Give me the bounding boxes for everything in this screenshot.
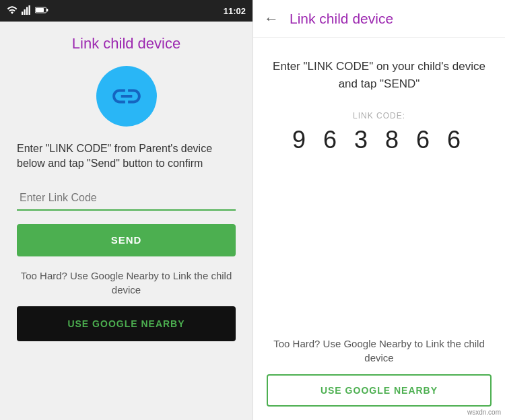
status-time: 11:02 bbox=[224, 6, 246, 16]
left-panel: 11:02 Link child device Enter "LINK CODE… bbox=[0, 0, 252, 420]
use-google-nearby-button-right[interactable]: USE GOOGLE NEARBY bbox=[267, 374, 492, 407]
link-chain-icon bbox=[110, 79, 143, 113]
link-code-display: 9 6 3 8 6 6 bbox=[292, 126, 466, 154]
svg-rect-1 bbox=[24, 9, 26, 15]
back-button[interactable]: ← bbox=[264, 10, 279, 28]
parent-instruction: Enter "LINK CODE" on your child's device… bbox=[267, 58, 492, 92]
watermark: wsxdn.com bbox=[467, 409, 501, 416]
svg-rect-2 bbox=[26, 7, 28, 15]
svg-rect-5 bbox=[36, 8, 44, 12]
right-hard-text: Too Hard? Use Google Nearby to Link the … bbox=[267, 337, 492, 365]
signal-icon bbox=[22, 5, 31, 16]
wifi-icon bbox=[7, 5, 18, 16]
left-page-title: Link child device bbox=[72, 35, 180, 53]
svg-rect-3 bbox=[29, 5, 30, 15]
right-header: ← Link child device bbox=[253, 0, 505, 38]
left-hard-text: Too Hard? Use Google Nearby to Link the … bbox=[17, 269, 236, 297]
right-page-title: Link child device bbox=[290, 11, 393, 27]
link-icon-circle bbox=[96, 66, 157, 127]
send-button[interactable]: SEND bbox=[17, 224, 236, 256]
status-left bbox=[7, 5, 48, 16]
left-instruction: Enter "LINK CODE" from Parent's device b… bbox=[17, 141, 236, 172]
left-content: Link child device Enter "LINK CODE" from… bbox=[0, 22, 252, 420]
link-code-input[interactable] bbox=[17, 186, 236, 211]
svg-rect-0 bbox=[22, 11, 23, 15]
link-code-label: LINK CODE: bbox=[353, 111, 405, 120]
right-content: Enter "LINK CODE" on your child's device… bbox=[253, 38, 505, 420]
right-panel: ← Link child device Enter "LINK CODE" on… bbox=[252, 0, 505, 420]
status-bar: 11:02 bbox=[0, 0, 252, 22]
status-right: 11:02 bbox=[224, 6, 246, 16]
svg-rect-6 bbox=[46, 9, 48, 11]
battery-icon bbox=[35, 6, 48, 15]
use-google-nearby-button-left[interactable]: USE GOOGLE NEARBY bbox=[17, 306, 236, 341]
